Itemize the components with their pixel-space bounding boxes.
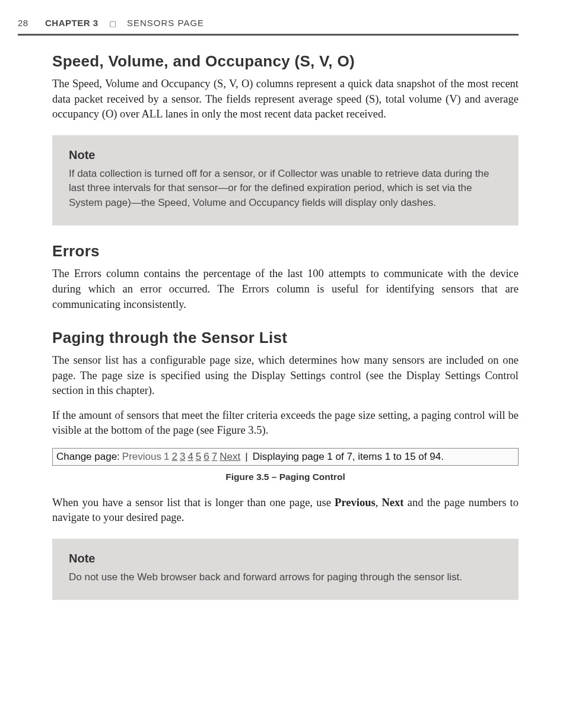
heading-svo: Speed, Volume, and Occupancy (S, V, O) <box>52 52 519 71</box>
next-link[interactable]: Next <box>220 451 240 463</box>
square-icon: ▢ <box>109 19 117 28</box>
heading-errors: Errors <box>52 242 519 260</box>
paragraph-paging-3: When you have a sensor list that is long… <box>52 495 519 526</box>
page-link[interactable]: 2 <box>171 451 177 463</box>
paragraph-paging-2: If the amount of sensors that meet the f… <box>52 408 519 438</box>
change-page-label: Change page: <box>56 451 120 463</box>
page-link[interactable]: 7 <box>212 451 217 463</box>
page-link[interactable]: 6 <box>203 451 209 463</box>
page-link[interactable]: 3 <box>180 451 185 463</box>
page-number: 28 <box>18 18 34 28</box>
note-body: Do not use the Web browser back and forw… <box>69 570 502 585</box>
page-content: Speed, Volume, and Occupancy (S, V, O) T… <box>52 52 519 600</box>
paragraph-paging-1: The sensor list has a configurable page … <box>52 353 519 399</box>
text: When you have a sensor list that is long… <box>52 497 335 508</box>
page-header: 28 CHAPTER 3 ▢ SENSORS PAGE <box>18 18 519 34</box>
previous-link[interactable]: Previous <box>122 451 161 463</box>
note-box-2: Note Do not use the Web browser back and… <box>52 539 519 600</box>
header-rule <box>18 34 519 36</box>
bold-previous: Previous <box>335 497 376 508</box>
figure-caption: Figure 3.5 – Paging Control <box>52 472 519 482</box>
display-range-text: Displaying page 1 of 7, items 1 to 15 of… <box>253 451 444 463</box>
chapter-label: CHAPTER 3 <box>45 18 98 28</box>
page-link[interactable]: 4 <box>187 451 193 463</box>
paragraph-svo: The Speed, Volume and Occupancy (S, V, O… <box>52 77 519 122</box>
heading-paging: Paging through the Sensor List <box>52 329 519 347</box>
note-body: If data collection is turned off for a s… <box>69 167 502 211</box>
section-title: SENSORS PAGE <box>127 18 204 28</box>
page-link[interactable]: 5 <box>196 451 201 463</box>
separator: | <box>245 451 247 463</box>
bold-next: Next <box>382 497 404 508</box>
note-heading: Note <box>69 552 502 565</box>
page-current: 1 <box>164 451 169 463</box>
note-box-1: Note If data collection is turned off fo… <box>52 135 519 226</box>
note-heading: Note <box>69 148 502 162</box>
text: , <box>376 497 382 508</box>
paragraph-errors: The Errors column contains the percentag… <box>52 266 519 312</box>
figure-paging-control: Change page: Previous 1 2 3 4 5 6 7 Next… <box>52 448 519 466</box>
